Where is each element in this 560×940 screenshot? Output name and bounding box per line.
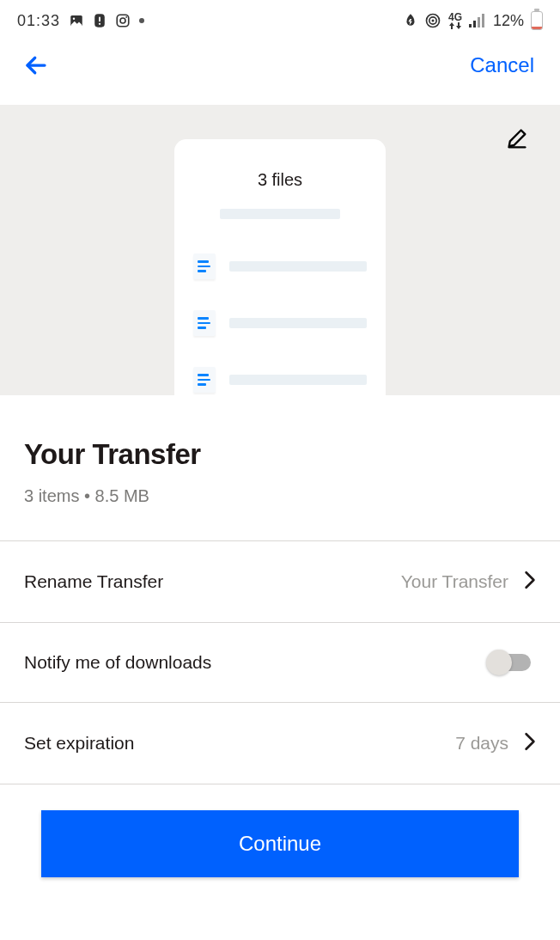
status-time: 01:33 [17,12,60,30]
gallery-icon [69,13,84,28]
row-label: Set expiration [24,733,134,754]
svg-rect-14 [482,14,484,27]
rename-transfer-row[interactable]: Rename Transfer Your Transfer [0,541,560,623]
content: Your Transfer 3 items • 8.5 MB [0,395,560,506]
notify-toggle[interactable] [490,654,531,671]
row-right: Your Transfer [401,571,536,593]
preview-file-row [193,253,367,279]
preview-file-row [193,367,367,393]
network-type: 4G [448,12,462,29]
preview-area: 3 files [0,105,560,395]
chevron-right-icon [524,571,536,593]
app-header: Cancel [0,38,560,105]
svg-point-7 [125,16,127,18]
preview-placeholder [220,209,340,219]
row-right [490,654,536,671]
preview-card-title: 3 files [193,170,367,190]
page-title: Your Transfer [24,438,536,471]
document-icon [193,367,216,393]
svg-rect-11 [469,24,472,27]
preview-file-line [229,261,367,272]
status-left: 01:33 [17,12,144,30]
notify-downloads-row[interactable]: Notify me of downloads [0,623,560,703]
back-button[interactable] [21,50,52,81]
set-expiration-row[interactable]: Set expiration 7 days [0,703,560,784]
preview-file-line [229,318,367,328]
document-icon [193,253,216,279]
row-label: Rename Transfer [24,571,163,592]
svg-rect-13 [478,17,480,27]
preview-card[interactable]: 3 files [174,139,386,395]
preview-file-line [229,375,367,385]
row-label: Notify me of downloads [24,652,211,673]
hotspot-icon [424,12,441,29]
svg-point-1 [73,18,75,20]
instagram-icon [115,13,131,28]
alert-icon [93,13,107,28]
edit-button[interactable] [505,127,531,153]
more-notifications-dot [139,18,144,23]
battery-saver-icon [404,13,417,28]
document-icon [193,310,216,336]
svg-point-4 [99,23,100,25]
row-value: 7 days [455,733,508,754]
row-right: 7 days [455,732,536,754]
row-value: Your Transfer [401,571,508,592]
svg-point-10 [431,20,434,22]
footer: Continue [0,784,560,877]
network-type-label: 4G [448,12,462,22]
battery-icon [531,11,543,30]
svg-point-6 [120,18,125,23]
settings-list: Rename Transfer Your Transfer Notify me … [0,540,560,784]
cancel-button[interactable]: Cancel [470,53,534,77]
status-bar: 01:33 4G 12% [0,0,560,38]
battery-percent: 12% [493,12,524,30]
page-subtitle: 3 items • 8.5 MB [24,486,536,506]
continue-button[interactable]: Continue [41,810,519,877]
svg-rect-3 [99,17,100,22]
toggle-knob [486,650,512,675]
preview-file-row [193,310,367,336]
status-right: 4G 12% [404,11,543,30]
chevron-right-icon [524,732,536,754]
signal-icon [469,14,486,27]
svg-rect-12 [473,21,476,27]
